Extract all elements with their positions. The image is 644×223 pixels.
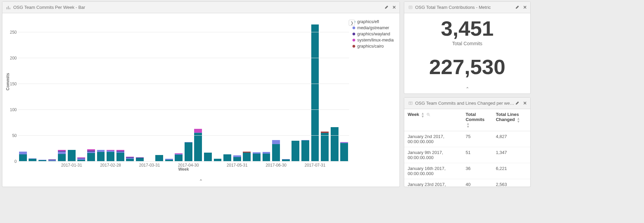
bar[interactable]	[68, 121, 76, 161]
edit-icon[interactable]	[515, 101, 520, 106]
bar[interactable]	[243, 124, 251, 161]
bar[interactable]	[155, 132, 163, 161]
bar[interactable]	[311, 22, 319, 161]
metric-total-commits-value: 3,451	[408, 17, 527, 39]
bar-segment	[272, 144, 280, 161]
svg-point-5	[427, 113, 429, 115]
bar-segment	[194, 129, 202, 133]
legend-label: media/gstreamer	[357, 25, 389, 30]
chart-plot-area: Commits Week 0501001502002502017-01-3120…	[18, 19, 349, 161]
x-tick-label: 2017-06-30	[266, 163, 286, 168]
bar[interactable]	[48, 144, 56, 161]
edit-icon[interactable]	[384, 5, 389, 10]
bar[interactable]	[146, 155, 154, 161]
x-tick-label: 2017-02-28	[100, 163, 121, 168]
legend-label: graphics/wayland	[357, 32, 390, 36]
bar[interactable]	[292, 107, 299, 161]
svg-rect-1	[8, 6, 9, 9]
bar[interactable]	[136, 138, 144, 161]
panel-table-title: OSG Team Commits and Lines Changed per w…	[415, 101, 515, 106]
bar-segment	[19, 154, 27, 161]
bar-segment	[311, 24, 319, 161]
close-icon[interactable]: ✕	[523, 101, 527, 106]
bar[interactable]	[87, 120, 95, 161]
table-icon	[408, 101, 413, 106]
sort-icon[interactable]: ▲▼	[517, 117, 520, 123]
panel-bar-header: OSG Team Commits Per Week - Bar ✕	[2, 2, 399, 13]
bar-segment	[116, 153, 124, 161]
legend-item[interactable]: graphics/cairo	[352, 43, 394, 49]
bar-segment	[301, 140, 309, 161]
y-tick-label: 50	[8, 133, 17, 138]
bar[interactable]	[272, 106, 280, 161]
bar-segment	[272, 140, 280, 144]
col-total-commits[interactable]: Total Commits ▲▼	[462, 109, 492, 131]
panel-expand-toggle[interactable]: ⌃	[2, 178, 399, 185]
col-total-lines[interactable]: Total Lines Changed ▲▼	[492, 109, 530, 131]
bar[interactable]	[165, 141, 173, 161]
bar[interactable]	[175, 127, 183, 161]
bar[interactable]	[19, 124, 27, 161]
bar[interactable]	[204, 126, 212, 161]
data-table: Week ▲▼ Total Commits ▲▼ Total Lines Cha…	[404, 109, 530, 187]
bar[interactable]	[29, 141, 36, 161]
sort-icon[interactable]: ▲▼	[466, 122, 470, 128]
edit-icon[interactable]	[515, 5, 520, 10]
legend-item[interactable]: media/gstreamer	[352, 25, 394, 31]
gridline	[18, 135, 349, 136]
bar[interactable]	[38, 146, 46, 161]
panel-bar-chart: OSG Team Commits Per Week - Bar ✕ ❯ grap…	[2, 1, 400, 187]
bar[interactable]	[223, 130, 231, 161]
bar[interactable]	[126, 135, 134, 161]
panel-metric: OSG Total Team Contributions - Metric ✕ …	[404, 1, 531, 94]
bar[interactable]	[282, 143, 290, 161]
bar[interactable]	[194, 93, 202, 161]
gridline	[18, 84, 349, 84]
legend-swatch	[352, 33, 355, 35]
table-row[interactable]: January 23rd 2017, 00:00:00.000402,563	[404, 179, 530, 187]
bar[interactable]	[263, 125, 270, 161]
col-week[interactable]: Week ▲▼	[404, 109, 462, 131]
table-row[interactable]: January 2nd 2017, 00:00:00.000754,827	[404, 131, 530, 147]
legend-collapse-icon[interactable]: ❯	[349, 20, 355, 26]
legend-item[interactable]: graphics/efl	[352, 19, 394, 25]
close-icon[interactable]: ✕	[523, 5, 527, 10]
bar[interactable]	[331, 92, 339, 161]
bar[interactable]	[321, 96, 329, 161]
table-row[interactable]: January 9th 2017, 00:00:00.000511,347	[404, 147, 530, 163]
bar[interactable]	[253, 125, 261, 161]
close-icon[interactable]: ✕	[392, 5, 396, 10]
table-row[interactable]: January 16th 2017, 00:00:00.000366,221	[404, 163, 530, 179]
bar[interactable]	[214, 141, 222, 161]
table-body: Week ▲▼ Total Commits ▲▼ Total Lines Cha…	[404, 109, 530, 187]
bar[interactable]	[116, 121, 124, 161]
bar-segment	[321, 133, 329, 161]
svg-rect-2	[10, 7, 11, 9]
bar-segment	[97, 152, 105, 161]
bar-segment	[175, 155, 183, 161]
x-tick-label: 2017-04-30	[178, 163, 199, 168]
svg-rect-0	[6, 7, 7, 9]
bar-segment	[194, 133, 202, 161]
bar[interactable]	[233, 132, 241, 161]
x-tick-label: 2017-05-31	[227, 163, 248, 168]
metric-icon	[408, 5, 413, 10]
search-icon[interactable]	[426, 113, 431, 117]
bar[interactable]	[58, 121, 66, 161]
panel-metric-header: OSG Total Team Contributions - Metric ✕	[404, 2, 530, 13]
legend-label: graphics/efl	[357, 19, 379, 24]
gridline	[18, 32, 349, 32]
legend-item[interactable]: system/linux-media	[352, 37, 394, 43]
bar[interactable]	[77, 138, 85, 161]
gridline	[18, 109, 349, 110]
bar-segment	[87, 153, 95, 161]
bar[interactable]	[301, 106, 309, 161]
bar[interactable]	[107, 121, 114, 161]
x-tick-label: 2017-07-31	[304, 163, 325, 168]
legend-item[interactable]: graphics/wayland	[352, 31, 394, 37]
y-tick-label: 250	[8, 30, 17, 35]
bar[interactable]	[97, 121, 105, 161]
sort-icon[interactable]: ▲▼	[421, 112, 424, 118]
panel-expand-toggle[interactable]: ⌃	[404, 86, 530, 91]
bar-segment	[331, 127, 339, 161]
